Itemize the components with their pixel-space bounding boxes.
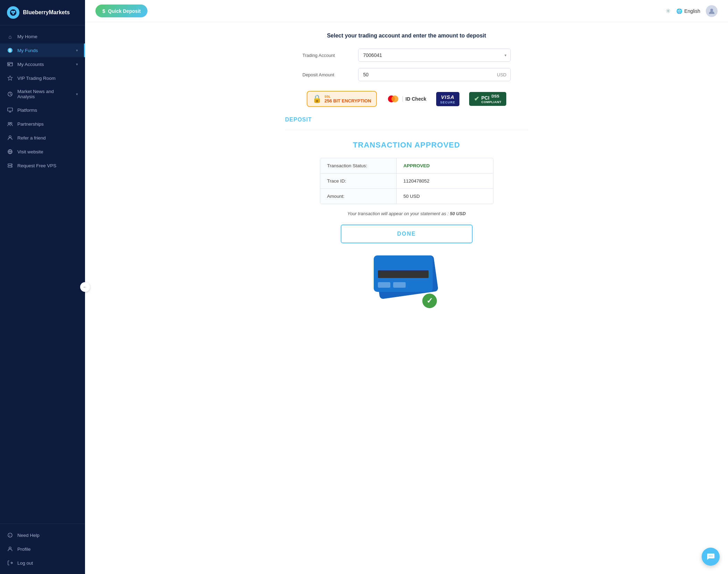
- card-front: [374, 255, 433, 292]
- home-icon: ⌂: [7, 33, 13, 40]
- amount-value: 50 USD: [397, 189, 493, 204]
- sidebar-navigation: ⌂ My Home $ My Funds ▾ My Ac: [0, 25, 85, 524]
- partnerships-icon: [7, 121, 13, 127]
- logout-icon: [7, 560, 13, 566]
- sidebar-item-visit-website[interactable]: Visit website: [0, 145, 85, 159]
- svg-point-33: [709, 556, 710, 556]
- quick-deposit-label: Quick Deposit: [108, 8, 141, 14]
- idcheck-badge: ID Check: [387, 95, 426, 103]
- status-label: Transaction Status:: [320, 158, 397, 173]
- sidebar-item-market-news[interactable]: Market News and Analysis ▾: [0, 85, 85, 103]
- sidebar-item-my-accounts[interactable]: My Accounts ▾: [0, 57, 85, 71]
- visa-badge: VISA SECURE: [436, 92, 460, 106]
- sidebar-item-partnerships[interactable]: Partnerships: [0, 117, 85, 131]
- svg-marker-9: [8, 76, 12, 81]
- sidebar-item-label: VIP Trading Room: [17, 76, 56, 81]
- sidebar-item-label: Visit website: [17, 149, 43, 154]
- accounts-icon: [7, 61, 13, 67]
- help-icon: i: [7, 532, 13, 538]
- user-avatar[interactable]: [706, 5, 718, 17]
- card-strip: [378, 270, 429, 278]
- svg-point-3: [12, 13, 14, 15]
- website-icon: [7, 149, 13, 155]
- sidebar-item-request-free-vps[interactable]: Request Free VPS: [0, 159, 85, 172]
- done-button[interactable]: DONE: [341, 225, 473, 243]
- deposit-amount-control: USD: [358, 68, 511, 81]
- card-illustration: ✓: [372, 254, 441, 309]
- platforms-icon: [7, 107, 13, 113]
- sidebar-item-label: My Funds: [17, 48, 38, 53]
- table-row: Trace ID: 1120478052: [320, 174, 493, 189]
- chevron-down-icon: ▾: [76, 48, 78, 53]
- svg-rect-6: [8, 62, 12, 66]
- svg-line-12: [10, 94, 11, 95]
- content-inner: Select your trading account and enter th…: [85, 22, 728, 574]
- page-content: Select your trading account and enter th…: [85, 22, 728, 574]
- svg-point-30: [710, 9, 713, 11]
- sidebar-item-log-out[interactable]: Log out: [0, 556, 85, 570]
- quick-deposit-button[interactable]: $ Quick Deposit: [95, 5, 147, 17]
- refer-icon: [7, 135, 13, 141]
- trace-id-label: Trace ID:: [320, 174, 397, 188]
- svg-point-24: [11, 164, 12, 165]
- sidebar-item-label: Need Help: [17, 533, 40, 538]
- shield-icon: 🔒: [312, 94, 322, 103]
- sidebar-item-label: My Home: [17, 34, 37, 39]
- pci-label: PCI: [481, 95, 489, 100]
- vps-icon: [7, 162, 13, 169]
- svg-point-26: [8, 533, 12, 537]
- sidebar-item-refer-a-friend[interactable]: Refer a friend: [0, 131, 85, 145]
- table-row: Amount: 50 USD: [320, 189, 493, 204]
- sidebar-item-my-home[interactable]: ⌂ My Home: [0, 29, 85, 43]
- sidebar-item-label: Request Free VPS: [17, 163, 57, 168]
- sidebar-item-need-help[interactable]: i Need Help: [0, 528, 85, 542]
- svg-rect-13: [8, 108, 12, 111]
- sidebar-collapse-button[interactable]: ←: [80, 282, 90, 292]
- sidebar-item-platforms[interactable]: Platforms: [0, 103, 85, 117]
- chevron-down-icon: ▾: [76, 92, 78, 96]
- pci-icon: ✔: [474, 95, 479, 103]
- deposit-button-wrap: DEPOSIT: [285, 117, 528, 130]
- sidebar-item-label: Market News and Analysis: [17, 89, 72, 99]
- globe-icon: 🌐: [676, 8, 682, 14]
- trading-account-row: Trading Account 7006041 ▾: [303, 49, 511, 62]
- chat-button[interactable]: [702, 548, 720, 566]
- sidebar-item-my-funds[interactable]: $ My Funds ▾: [0, 43, 85, 57]
- idcheck-label: ID Check: [403, 96, 426, 102]
- mastercard-icon: [387, 95, 400, 103]
- chevron-down-icon: ▾: [76, 62, 78, 67]
- svg-point-18: [9, 136, 11, 138]
- compliant-label: COMPLIANT: [481, 100, 501, 104]
- sidebar-item-profile[interactable]: Profile: [0, 542, 85, 556]
- svg-point-28: [9, 547, 11, 549]
- language-selector[interactable]: 🌐 English: [676, 8, 700, 14]
- card-numbers: [378, 282, 429, 288]
- visa-label: VISA: [441, 94, 455, 100]
- encryption-badge: 🔒 SSL 256 BIT ENCRYPTION: [307, 91, 377, 107]
- dollar-icon: $: [102, 8, 105, 14]
- logo-icon: [7, 6, 19, 19]
- sidebar-item-label: Refer a friend: [17, 135, 46, 141]
- main-content: $ Quick Deposit ✳ 🌐 English Select your …: [85, 0, 728, 574]
- sidebar-item-label: Profile: [17, 547, 31, 552]
- snowflake-icon: ✳: [666, 7, 671, 15]
- svg-point-32: [391, 95, 398, 102]
- svg-text:i: i: [9, 534, 10, 537]
- card-num-1: [378, 282, 390, 288]
- deposit-amount-label: Deposit Amount: [303, 72, 358, 77]
- statement-text: Your transaction will appear on your sta…: [113, 211, 700, 216]
- transaction-title: TRANSACTION APPROVED: [113, 141, 700, 150]
- deposit-amount-row: Deposit Amount USD: [303, 68, 511, 81]
- deposit-section-title: Select your trading account and enter th…: [99, 33, 714, 39]
- badge-256-label: 256 BIT ENCRYPTION: [324, 98, 371, 103]
- header-right: ✳ 🌐 English: [666, 5, 718, 17]
- language-label: English: [684, 8, 700, 14]
- deposit-button[interactable]: DEPOSIT: [285, 117, 312, 123]
- brand-name: BlueberryMarkets: [23, 9, 70, 16]
- svg-point-0: [10, 9, 17, 16]
- deposit-amount-input[interactable]: [358, 68, 511, 81]
- trading-account-select[interactable]: 7006041: [358, 49, 511, 62]
- sidebar-item-vip-trading-room[interactable]: VIP Trading Room: [0, 71, 85, 85]
- brand-logo[interactable]: BlueberryMarkets: [0, 0, 85, 25]
- svg-point-1: [11, 11, 13, 13]
